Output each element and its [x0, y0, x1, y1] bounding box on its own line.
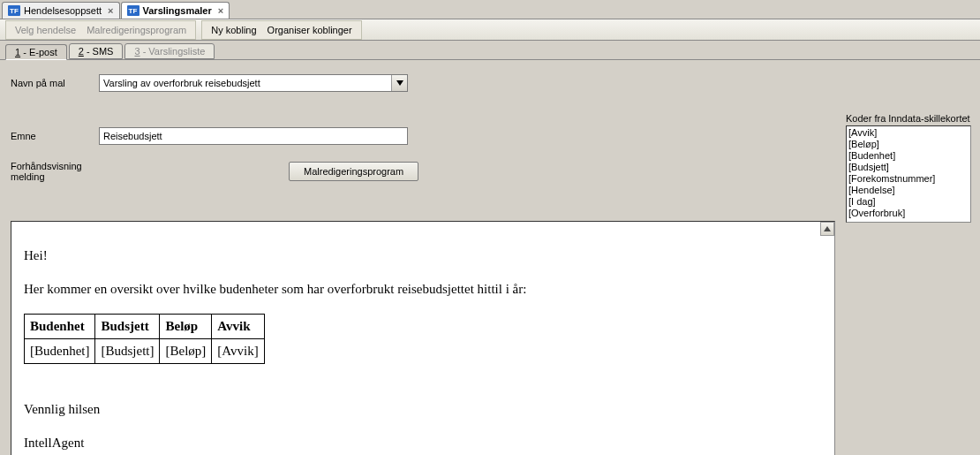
label-subject: Emne	[11, 131, 99, 141]
tab-label: - E-post	[20, 47, 57, 57]
template-name-combo[interactable]	[99, 74, 408, 92]
window-tab-varslingsmaler[interactable]: TF Varslingsmaler ×	[121, 2, 230, 19]
td: [Budenhet]	[25, 338, 95, 363]
tab-label: - Varslingsliste	[140, 46, 206, 57]
menu-group-disabled: Velg hendelse Malredigeringsprogram	[5, 20, 196, 40]
tf-icon: TF	[127, 5, 139, 16]
list-item[interactable]: [Beløp]	[848, 139, 969, 150]
th: Avvik	[212, 314, 264, 338]
list-item[interactable]: [Forekomstnummer]	[848, 173, 969, 185]
tab-epost[interactable]: 1 - E-post	[5, 44, 67, 60]
preview-closing: Vennlig hilsen	[24, 399, 822, 420]
preview-content: Hei! Her kommer en oversikt over hvilke …	[11, 222, 834, 455]
form-area: Navn på mal Emne Forhåndsvisning melding…	[0, 60, 846, 455]
preview-box: Hei! Her kommer en oversikt over hvilke …	[11, 221, 835, 455]
tab-label: - SMS	[84, 46, 114, 57]
menu-malredigeringsprogram[interactable]: Malredigeringsprogram	[81, 25, 192, 35]
table-row: [Budenhet] [Budsjett] [Beløp] [Avvik]	[25, 338, 265, 363]
list-item[interactable]: [Avvik]	[848, 127, 969, 139]
menu-organiser-koblinger[interactable]: Organiser koblinger	[262, 25, 358, 35]
th: Budsjett	[95, 314, 160, 338]
menu-group-main: Ny kobling Organiser koblinger	[201, 20, 361, 40]
list-item[interactable]: [Budenhet]	[848, 150, 969, 162]
td: [Avvik]	[212, 338, 264, 363]
close-icon[interactable]: ×	[108, 5, 113, 16]
th: Beløp	[160, 314, 212, 338]
preview-table: Budenhet Budsjett Beløp Avvik [Budenhet]…	[24, 314, 265, 365]
list-item[interactable]: [I dag]	[848, 196, 969, 208]
menu-velg-hendelse[interactable]: Velg hendelse	[10, 25, 81, 35]
codes-pane: Koder fra Inndata-skillekortet [Avvik] […	[846, 60, 980, 455]
list-item[interactable]: [Budsjett]	[848, 162, 969, 173]
td: [Budsjett]	[95, 338, 160, 363]
menubar: Velg hendelse Malredigeringsprogram Ny k…	[0, 19, 980, 41]
window-tab-label: Varslingsmaler	[143, 5, 212, 16]
edit-program-button[interactable]: Malredigeringsprogram	[289, 162, 418, 181]
codes-title: Koder fra Inndata-skillekortet	[846, 113, 975, 124]
window-tabstrip: TF Hendelsesoppsett × TF Varslingsmaler …	[0, 0, 980, 19]
template-name-input[interactable]	[100, 75, 391, 91]
window-tab-hendelsesoppsett[interactable]: TF Hendelsesoppsett ×	[2, 2, 120, 19]
list-item[interactable]: [Hendelse]	[848, 185, 969, 196]
window-tab-label: Hendelsesoppsett	[24, 5, 102, 16]
label-preview: Forhåndsvisning melding	[11, 161, 99, 182]
list-item[interactable]: [Overforbruk]	[848, 208, 969, 219]
th: Budenhet	[25, 314, 95, 338]
menu-ny-kobling[interactable]: Ny kobling	[206, 25, 261, 35]
preview-intro: Her kommer en oversikt over hvilke buden…	[24, 279, 822, 300]
tab-sms[interactable]: 2 - SMS	[69, 43, 124, 59]
codes-list[interactable]: [Avvik] [Beløp] [Budenhet] [Budsjett] [F…	[846, 125, 971, 223]
chevron-down-icon[interactable]	[391, 75, 407, 91]
scroll-up-icon[interactable]	[820, 222, 834, 236]
preview-greeting: Hei!	[24, 246, 822, 266]
tf-icon: TF	[8, 5, 20, 16]
content-tabstrip: 1 - E-post 2 - SMS 3 - Varslingsliste	[0, 41, 980, 60]
td: [Beløp]	[160, 338, 212, 363]
preview-signature: IntellAgent	[24, 433, 822, 453]
close-icon[interactable]: ×	[218, 5, 223, 16]
subject-input[interactable]	[99, 127, 408, 145]
tab-varslingsliste: 3 - Varslingsliste	[124, 43, 215, 59]
label-template-name: Navn på mal	[11, 78, 99, 88]
table-header-row: Budenhet Budsjett Beløp Avvik	[25, 314, 265, 338]
